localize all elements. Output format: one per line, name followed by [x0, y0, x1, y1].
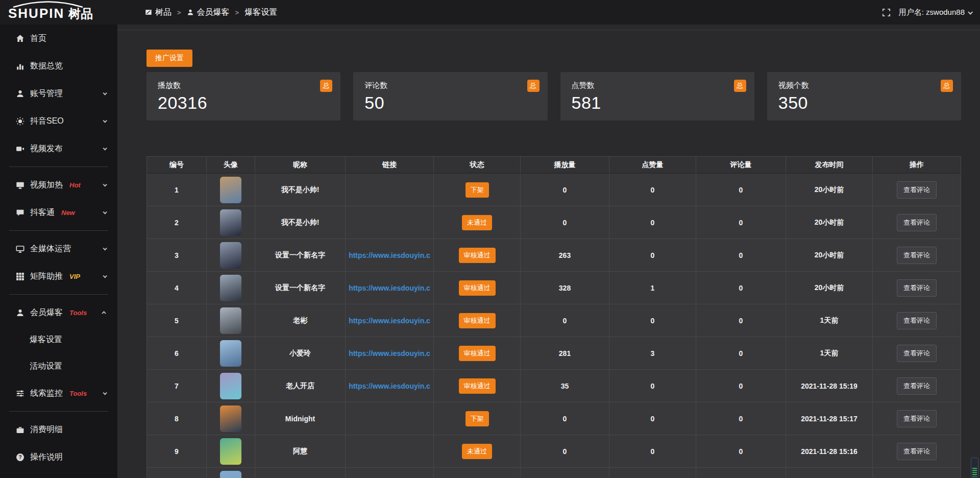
sidebar-item-操作说明[interactable]: ? 操作说明: [0, 443, 117, 471]
column-header-昵称: 昵称: [255, 157, 346, 173]
cell-likes: 1: [609, 272, 696, 304]
cell-plays: 35: [521, 370, 609, 402]
video-link[interactable]: https://www.iesdouyin.c: [349, 284, 430, 292]
breadcrumb-item-3[interactable]: 爆客设置: [244, 7, 277, 18]
sidebar-item-抖音SEO[interactable]: 抖音SEO: [0, 107, 117, 135]
cell-action: 查看评论: [873, 402, 961, 435]
video-link[interactable]: https://www.iesdouyin.c: [349, 317, 430, 325]
total-badge: 总: [941, 80, 953, 92]
sidebar-item-线索监控[interactable]: 线索监控 Tools: [0, 379, 117, 407]
video-link[interactable]: https://www.iesdouyin.c: [349, 349, 430, 357]
view-comments-button[interactable]: 查看评论: [897, 214, 937, 231]
stat-card-value: 20316: [158, 93, 329, 113]
sidebar-item-label: 抖音SEO: [30, 116, 64, 127]
sidebar-item-账号管理[interactable]: 账号管理: [0, 80, 117, 107]
sidebar-item-label: 账号管理: [30, 88, 63, 99]
sidebar-menu: 首页 数据总览 账号管理 抖音SEO 视频发布 视频加热 Hot 抖客通: [0, 25, 117, 478]
sidebar-item-label: 全媒体运营: [30, 244, 71, 254]
table-row: [147, 468, 961, 478]
sidebar-item-视频发布[interactable]: 视频发布: [0, 135, 117, 162]
avatar: [220, 307, 241, 334]
avatar: [220, 242, 241, 269]
sidebar-item-首页[interactable]: 首页: [0, 25, 117, 52]
user-menu[interactable]: 用户名: zswodun88: [899, 8, 972, 17]
view-comments-button[interactable]: 查看评论: [897, 377, 937, 395]
cell-plays: 0: [521, 435, 609, 467]
view-comments-button[interactable]: 查看评论: [897, 312, 937, 329]
cell-nickname: 老人开店: [255, 370, 346, 402]
video-link[interactable]: https://www.iesdouyin.c: [349, 382, 430, 390]
column-header-编号: 编号: [147, 157, 207, 173]
column-header-发布时间: 发布时间: [786, 157, 873, 173]
view-comments-button[interactable]: 查看评论: [897, 410, 937, 427]
cell-link: [346, 402, 434, 435]
breadcrumb-item-1[interactable]: 树品: [145, 7, 172, 18]
cell-id: 7: [147, 370, 207, 402]
cell-avatar: [207, 468, 255, 478]
status-badge: 审核通过: [459, 378, 496, 394]
sidebar-item-全媒体运营[interactable]: 全媒体运营: [0, 235, 117, 262]
sidebar-item-label: 数据总览: [30, 61, 63, 71]
table-row: 3 设置一个新名字 https://www.iesdouyin.c 审核通过 2…: [147, 239, 961, 272]
cell-id: 4: [147, 272, 207, 304]
video-link[interactable]: https://www.iesdouyin.c: [349, 251, 430, 259]
username-label: 用户名: zswodun88: [899, 8, 965, 17]
stat-card-播放数: 播放数 总 20316: [146, 72, 340, 121]
stat-card-label: 点赞数: [572, 81, 743, 90]
table-body: 1 我不是小帅! 下架 0 0 0 20小时前 查看评论 2 我不是小帅! 未通…: [147, 174, 961, 478]
status-badge: 审核通过: [459, 313, 496, 328]
sidebar-item-消费明细[interactable]: 消费明细: [0, 416, 117, 443]
stat-card-value: 581: [572, 93, 743, 113]
grid-icon: [15, 272, 25, 281]
cell-id: 5: [147, 304, 207, 337]
column-header-操作: 操作: [873, 157, 961, 173]
chevron-icon: [103, 274, 107, 278]
member-icon: [15, 308, 25, 318]
cell-nickname: Midnight: [255, 402, 346, 435]
cell-status: 审核通过: [434, 370, 521, 402]
promotion-settings-button[interactable]: 推广设置: [146, 50, 192, 67]
person-icon: [187, 9, 194, 16]
view-comments-button[interactable]: 查看评论: [897, 181, 937, 199]
cell-likes: 0: [609, 206, 696, 238]
chevron-icon: [103, 246, 107, 250]
sidebar-item-抖客通[interactable]: 抖客通 New: [0, 199, 117, 226]
view-comments-button[interactable]: 查看评论: [897, 247, 937, 264]
sidebar-item-视频加热[interactable]: 视频加热 Hot: [0, 171, 117, 199]
fullscreen-icon[interactable]: [882, 8, 891, 17]
cell-action: 查看评论: [873, 206, 961, 238]
cell-plays: 0: [521, 304, 609, 337]
sidebar-subitem-爆客设置[interactable]: 爆客设置: [0, 326, 117, 353]
sidebar-divider: [9, 411, 108, 412]
sidebar-subitem-活动设置[interactable]: 活动设置: [0, 353, 117, 379]
sidebar-item-badge: Hot: [69, 181, 81, 189]
cell-nickname: 我不是小帅!: [255, 174, 346, 206]
avatar: [220, 340, 241, 367]
avatar: [220, 209, 241, 236]
view-comments-button[interactable]: 查看评论: [897, 279, 937, 297]
corner-widget[interactable]: [971, 458, 978, 478]
total-badge: 总: [527, 80, 540, 92]
sidebar-item-badge: VIP: [69, 273, 80, 280]
cell-avatar: [207, 337, 255, 369]
cell-action: 查看评论: [873, 272, 961, 304]
cell-status: 审核通过: [434, 272, 521, 304]
svg-text:?: ?: [18, 455, 21, 460]
cell-link: [346, 468, 434, 478]
view-comments-button[interactable]: 查看评论: [897, 345, 937, 362]
breadcrumb-item-2[interactable]: 会员爆客: [187, 7, 230, 18]
topbar-right: 用户名: zswodun88: [882, 0, 972, 25]
view-comments-button[interactable]: 查看评论: [897, 443, 937, 460]
chevron-icon: [103, 91, 107, 95]
cell-avatar: [207, 370, 255, 402]
sidebar-subitem-label: 爆客设置: [30, 334, 62, 345]
cell-comments: 0: [696, 272, 786, 304]
sidebar-item-会员爆客[interactable]: 会员爆客 Tools: [0, 299, 117, 326]
sidebar-item-矩阵助推[interactable]: 矩阵助推 VIP: [0, 262, 117, 290]
sidebar-item-数据总览[interactable]: 数据总览: [0, 52, 117, 80]
breadcrumb-separator: >: [235, 9, 239, 16]
total-badge: 总: [734, 80, 746, 92]
cell-avatar: [207, 174, 255, 206]
column-header-评论量: 评论量: [696, 157, 786, 173]
cell-status: 审核通过: [434, 304, 521, 337]
